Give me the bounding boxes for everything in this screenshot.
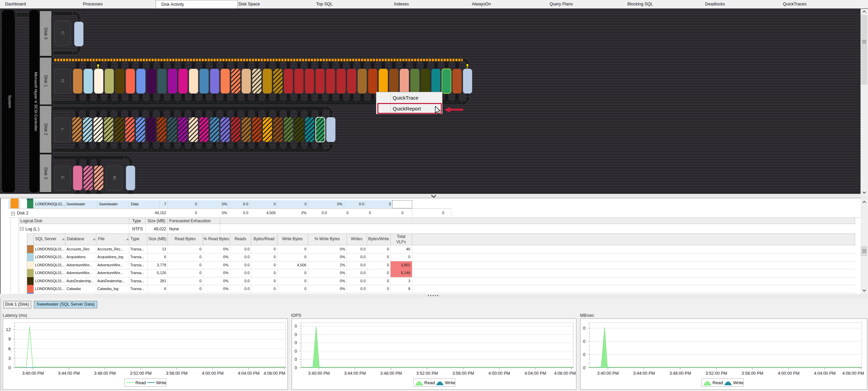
svg-text:Read: Read <box>712 380 723 385</box>
svg-text:Write: Write <box>445 380 455 385</box>
svg-text:0: 0 <box>583 365 585 370</box>
svg-text:3:44:00 PM: 3:44:00 PM <box>58 371 80 376</box>
svg-text:Microsoft Hyper-V SCSI Control: Microsoft Hyper-V SCSI Controller <box>34 72 38 131</box>
svg-text:3:56:00 PM: 3:56:00 PM <box>166 371 188 376</box>
svg-text:0: 0 <box>294 324 297 329</box>
svg-text:3:44:00 PM: 3:44:00 PM <box>344 371 366 376</box>
svg-text:4:08:00 PM: 4:08:00 PM <box>263 371 285 376</box>
svg-text:3:52:00 PM: 3:52:00 PM <box>416 371 438 376</box>
svg-text:3:48:00 PM: 3:48:00 PM <box>380 371 402 376</box>
svg-text:12: 12 <box>6 327 11 332</box>
svg-text:6: 6 <box>8 346 11 351</box>
svg-text:M:: M: <box>113 176 117 180</box>
svg-text:3:40:00 PM: 3:40:00 PM <box>597 371 618 376</box>
svg-text:4:04:00 PM: 4:04:00 PM <box>238 371 259 376</box>
svg-text:Write: Write <box>733 380 743 385</box>
svg-text:4:00:00 PM: 4:00:00 PM <box>777 371 799 376</box>
svg-text:E:: E: <box>61 176 65 180</box>
svg-text:System: System <box>8 95 12 108</box>
svg-text:4:04:00 PM: 4:04:00 PM <box>524 371 546 376</box>
svg-text:Disk 0: Disk 0 <box>43 27 48 39</box>
svg-text:D:: D: <box>61 79 65 83</box>
svg-text:0: 0 <box>583 338 585 344</box>
svg-text:0: 0 <box>294 340 297 345</box>
svg-text:4:00:00 PM: 4:00:00 PM <box>202 371 223 376</box>
svg-text:0: 0 <box>8 365 11 370</box>
svg-text:3:56:00 PM: 3:56:00 PM <box>742 371 763 376</box>
svg-text:Disk 1: Disk 1 <box>43 75 48 87</box>
svg-text:4:00:00 PM: 4:00:00 PM <box>488 371 510 376</box>
svg-text:Disk 3: Disk 3 <box>43 167 48 179</box>
svg-text:3:48:00 PM: 3:48:00 PM <box>669 371 691 376</box>
svg-text:0: 0 <box>583 352 585 357</box>
svg-text:3: 3 <box>8 355 11 361</box>
svg-text:3:40:00 PM: 3:40:00 PM <box>308 371 330 376</box>
svg-text:4:04:00 PM: 4:04:00 PM <box>814 371 835 376</box>
svg-text:3:56:00 PM: 3:56:00 PM <box>452 371 474 376</box>
svg-text:3:48:00 PM: 3:48:00 PM <box>94 371 116 376</box>
svg-text:9: 9 <box>8 336 11 342</box>
svg-text:Write: Write <box>156 380 166 385</box>
svg-text:L:: L: <box>61 128 65 131</box>
svg-text:Disk 2: Disk 2 <box>43 123 48 135</box>
svg-text:3:44:00 PM: 3:44:00 PM <box>633 371 655 376</box>
svg-text:4:08:00 PM: 4:08:00 PM <box>554 371 576 376</box>
svg-text:0: 0 <box>294 349 297 354</box>
svg-text:0: 0 <box>583 326 585 331</box>
svg-text:0: 0 <box>294 357 297 362</box>
svg-text:3:40:00 PM: 3:40:00 PM <box>22 371 44 376</box>
svg-text:0: 0 <box>294 332 297 337</box>
svg-text:3:52:00 PM: 3:52:00 PM <box>130 371 152 376</box>
svg-text:C:: C: <box>61 32 65 36</box>
svg-text:0: 0 <box>294 365 297 370</box>
svg-text:Read: Read <box>424 380 435 385</box>
svg-text:Read: Read <box>135 380 146 385</box>
svg-text:3:52:00 PM: 3:52:00 PM <box>705 371 727 376</box>
svg-text:4:08:00 PM: 4:08:00 PM <box>842 371 864 376</box>
